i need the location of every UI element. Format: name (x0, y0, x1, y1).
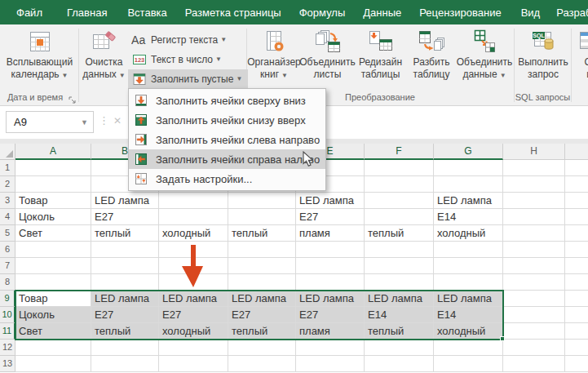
cell-D3[interactable] (228, 193, 296, 209)
row-header-3[interactable]: 3 (0, 193, 15, 209)
cell-A3[interactable]: Товар (15, 193, 91, 209)
tab-1[interactable]: Файл (16, 7, 42, 19)
cell-F4[interactable] (365, 209, 434, 225)
popup-calendar-button[interactable]: Всплывающий календарь▼ (2, 28, 77, 90)
cell-D13[interactable] (228, 356, 296, 372)
cell-D5[interactable]: теплый (228, 225, 296, 242)
text-to-number-button[interactable]: 123 Текст в число ▼ (128, 50, 228, 69)
column-header-H[interactable]: H (503, 144, 565, 160)
cell-D9[interactable]: LED лампа (228, 291, 296, 307)
cancel-icon[interactable]: ✕ (113, 115, 122, 127)
cell-I2[interactable] (565, 176, 588, 193)
tab-3[interactable]: Вставка (127, 7, 166, 19)
cell-H8[interactable] (503, 274, 565, 291)
cell-A6[interactable] (15, 242, 91, 258)
tab-4[interactable]: Разметка страницы (185, 7, 281, 19)
row-header-10[interactable]: 10 (0, 307, 15, 323)
cell-E8[interactable] (296, 274, 365, 291)
cell-I11[interactable] (565, 323, 588, 340)
cell-A12[interactable] (15, 340, 91, 356)
cell-F12[interactable] (365, 340, 434, 356)
cell-E6[interactable] (296, 242, 365, 258)
tab-7[interactable]: Рецензирование (419, 7, 501, 19)
cell-E4[interactable]: E27 (296, 209, 365, 225)
cell-I1[interactable] (565, 160, 588, 176)
row-header-5[interactable]: 5 (0, 225, 15, 242)
tab-8[interactable]: Вид (521, 7, 541, 19)
cell-G8[interactable] (434, 274, 503, 291)
row-header-12[interactable]: 12 (0, 340, 15, 356)
column-header-I[interactable]: I (565, 144, 588, 160)
cell-G3[interactable]: LED лампа (434, 193, 503, 209)
cell-G10[interactable]: E14 (434, 307, 503, 323)
workbook-organizer-button[interactable]: Органайзер книг▼ (248, 28, 300, 90)
cell-H5[interactable] (503, 225, 565, 242)
fill-blanks-button[interactable]: Заполнить пустые ▼ (128, 69, 248, 88)
cell-I7[interactable] (565, 258, 588, 274)
merge-sheets-button[interactable]: Объединить листы (301, 28, 354, 90)
cell-I8[interactable] (565, 274, 588, 291)
cell-G7[interactable] (434, 258, 503, 274)
cell-F11[interactable]: теплый (365, 323, 434, 340)
run-query-button[interactable]: SQL Выполнить запрос (516, 28, 570, 90)
cell-E7[interactable] (296, 258, 365, 274)
cell-C9[interactable]: LED лампа (159, 291, 228, 307)
cell-B4[interactable]: E27 (91, 209, 159, 225)
row-header-2[interactable]: 2 (0, 176, 15, 193)
cell-H4[interactable] (503, 209, 565, 225)
cell-F6[interactable] (365, 242, 434, 258)
cell-D10[interactable]: E27 (228, 307, 296, 323)
cell-E10[interactable]: E27 (296, 307, 365, 323)
row-header-4[interactable]: 4 (0, 209, 15, 225)
cell-I10[interactable] (565, 307, 588, 323)
cell-F2[interactable] (365, 176, 434, 193)
cell-I12[interactable] (565, 340, 588, 356)
cell-H6[interactable] (503, 242, 565, 258)
cell-H7[interactable] (503, 258, 565, 274)
cell-G1[interactable] (434, 160, 503, 176)
cell-G12[interactable] (434, 340, 503, 356)
fill-handle[interactable] (500, 336, 505, 341)
cell-H11[interactable] (503, 323, 565, 340)
cell-E13[interactable] (296, 356, 365, 372)
cell-A2[interactable] (15, 176, 91, 193)
cell-A7[interactable] (15, 258, 91, 274)
menu-item-fill-right[interactable]: Заполнить ячейки слева направо (129, 130, 325, 149)
row-header-13[interactable]: 13 (0, 356, 15, 372)
cell-E9[interactable]: LED лампа (296, 291, 365, 307)
cell-B8[interactable] (91, 274, 159, 291)
cell-H1[interactable] (503, 160, 565, 176)
tab-2[interactable]: Главная (67, 7, 107, 19)
row-header-8[interactable]: 8 (0, 274, 15, 291)
cell-B6[interactable] (91, 242, 159, 258)
row-header-6[interactable]: 6 (0, 242, 15, 258)
cell-G6[interactable] (434, 242, 503, 258)
cell-I5[interactable] (565, 225, 588, 242)
tab-9[interactable]: Разработч (556, 7, 588, 19)
cell-D8[interactable] (228, 274, 296, 291)
merge-data-button[interactable]: Объединить данные▼ (456, 28, 513, 90)
cell-H2[interactable] (503, 176, 565, 193)
cell-D4[interactable] (228, 209, 296, 225)
cell-G4[interactable]: E14 (434, 209, 503, 225)
cell-F1[interactable] (365, 160, 434, 176)
redesign-table-button[interactable]: Редизайн таблицы (354, 28, 407, 90)
cell-F8[interactable] (365, 274, 434, 291)
clipped-ribbon-button[interactable]: Сч ш (574, 28, 588, 90)
cell-C13[interactable] (159, 356, 228, 372)
cell-D11[interactable]: теплый (228, 323, 296, 340)
cell-I3[interactable] (565, 193, 588, 209)
menu-item-fill-left[interactable]: Заполнить ячейки справа налево (129, 149, 325, 169)
split-table-button[interactable]: Разбить таблицу (407, 28, 456, 90)
chevron-down-icon[interactable]: ▼ (81, 118, 88, 127)
cell-C10[interactable]: E27 (159, 307, 228, 323)
cell-D6[interactable] (228, 242, 296, 258)
cell-C5[interactable]: холодный (159, 225, 228, 242)
cell-A11[interactable]: Свет (15, 323, 91, 340)
cell-B7[interactable] (91, 258, 159, 274)
column-header-F[interactable]: F (365, 144, 434, 160)
cell-A9[interactable]: Товар (15, 291, 91, 307)
cell-D7[interactable] (228, 258, 296, 274)
column-header-G[interactable]: G (434, 144, 503, 160)
cell-F3[interactable] (365, 193, 434, 209)
